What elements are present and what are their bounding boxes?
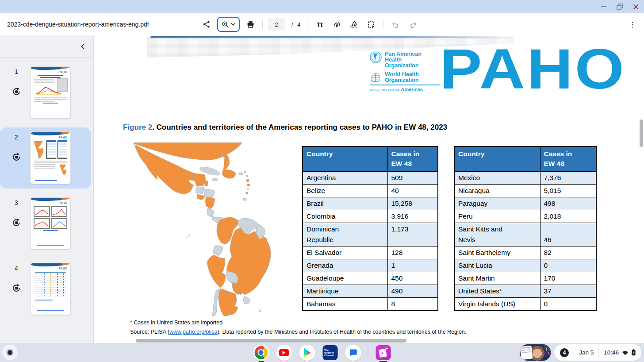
photo-thumbnail [531,344,544,361]
table-row: Belize 40 [303,184,438,197]
page-number-label: 4 [15,265,18,272]
table-row: Brazil 15,258 [303,197,438,210]
country-cell: Saint Lucia [454,259,540,272]
status-tray[interactable]: 4 Jan 5 10:46 [554,344,641,361]
select-area-button[interactable] [364,18,378,31]
collapse-sidebar-button[interactable] [77,41,88,52]
table-row: Saint Lucia 0 [454,259,596,272]
country-cell: Argentina [303,171,387,184]
country-cell: Belize [303,184,387,197]
rotate-page-icon[interactable] [12,152,21,162]
youtube-app-button[interactable] [276,344,292,361]
toolbar-divider [307,19,307,29]
footnote-source: Source: PLISA (www.paho.org/plisa). Data… [130,329,466,335]
table-row: Colombia 3,916 [303,210,438,223]
table-row: El Salvador 128 [303,246,438,259]
rotate-page-icon[interactable] [12,218,21,227]
table-row: Nicaragua 5,015 [454,184,596,197]
cases-cell: 46 [540,223,596,246]
table-row: Peru 2,018 [454,210,596,223]
page-number-label: 3 [15,199,18,206]
launcher-button[interactable] [2,345,18,360]
column-header-cases: Cases in EW 48 [387,146,438,171]
minimize-button[interactable] [600,3,608,11]
cases-cell: 509 [387,171,438,184]
americas-dengue-map [133,142,275,317]
country-cell: Peru [454,210,540,223]
thumbnail-page-4[interactable]: 4 PAHO [0,258,91,320]
source-prefix: Source: PLISA ( [130,329,169,335]
play-store-app-button[interactable] [299,344,315,361]
draw-icon [333,20,341,29]
page-number-input[interactable]: 2 [268,18,285,31]
country-cell: Grenada [303,259,387,272]
cases-cell: 0 [540,297,596,311]
who-emblem-icon [370,72,382,84]
cases-cell: 82 [540,246,596,259]
column-header-country: Country [454,146,540,171]
share-button[interactable] [200,18,213,31]
window-titlebar [0,0,644,13]
time-label: 10:46 [604,349,619,356]
draw-annotate-button[interactable] [330,18,343,31]
cases-cell: 498 [540,197,596,210]
weather-channel-icon: The Weather Channel [322,345,337,360]
toolbar-divider [262,19,263,29]
undo-button[interactable] [389,18,402,31]
page-number-label: 2 [15,134,18,141]
cases-cell: 8 [387,297,438,311]
restore-button[interactable] [616,3,624,11]
cases-cell: 2,018 [540,210,596,223]
rotate-page-icon[interactable] [12,283,21,293]
messages-app-button[interactable] [345,344,361,361]
tray-divider [574,348,574,357]
cases-cell: 5,015 [540,184,596,197]
regional-office-label: REGIONAL OFFICE FOR THE [370,89,399,92]
table-row: Bahamas 8 [303,297,438,311]
shelf-divider [368,347,368,358]
table-row: Guadeloupe 450 [303,272,438,285]
thumbnail-page-2-selected[interactable]: 2 PAHO [0,127,91,189]
thumbnail-page-1[interactable]: 1 PAHO [0,62,91,123]
logo-divider [370,85,441,85]
country-cell: Mexico [454,171,540,184]
screen-capture-app-button[interactable]: ✦ ✦ [375,344,391,361]
cases-cell: 1 [387,259,438,272]
zoom-control[interactable] [217,17,240,32]
vertical-scrollbar-thumb[interactable] [640,119,643,147]
table-row: Martinique 490 [303,285,438,297]
more-options-button[interactable]: ⋮ [627,19,638,30]
figure-label: Figure 2 [123,123,152,131]
footnote-imported-cases: * Cases in United States are imported [130,320,222,326]
horizontal-scrollbar-thumb[interactable] [136,339,406,343]
select-area-icon [367,20,376,29]
print-button[interactable] [244,18,257,31]
weather-channel-app-button[interactable]: The Weather Channel [322,344,338,361]
launcher-icon [6,349,14,356]
cases-cell: 128 [387,246,438,259]
chrome-app-button[interactable] [253,344,269,361]
close-button[interactable] [632,3,640,11]
rotate-page-icon[interactable] [12,87,21,96]
chromeos-screen: 2023-cde-dengue-situation-report-america… [0,0,644,362]
highlight-text-button[interactable]: x [347,18,360,31]
play-store-icon [302,347,312,358]
chevron-left-icon [80,43,85,50]
add-text-button[interactable]: Tt [313,18,326,31]
holding-space-tray[interactable] [520,344,551,361]
country-cell: Guadeloupe [303,272,387,285]
world-health-organization-label: World Health Organization [385,72,419,83]
thumbnail-page-3[interactable]: 3 PAHO [0,193,91,254]
table-row: Saint Barthelemy 82 [454,246,596,259]
redo-button[interactable] [406,18,419,31]
americas-label: Americas [401,87,423,92]
pdf-toolbar: 2023-cde-dengue-situation-report-america… [0,13,644,35]
cases-cell: 37 [540,285,596,297]
table-row: Dominican Republic 1,173 [303,223,438,246]
country-cell: United States* [454,285,540,297]
thumbnail-page-1-preview: PAHO [30,66,71,119]
country-cell: Colombia [303,210,387,223]
plisa-link[interactable]: www.paho.org/plisa [169,329,217,335]
photo-thumbnail [544,344,551,361]
table-row: Grenada 1 [303,259,438,272]
